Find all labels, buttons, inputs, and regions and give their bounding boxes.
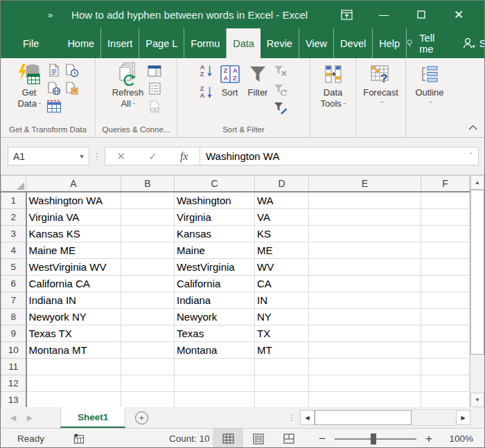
- new-sheet-button[interactable]: +: [125, 407, 157, 428]
- row-header-8[interactable]: 8: [1, 309, 26, 325]
- queries-connections-button[interactable]: [147, 63, 162, 78]
- row-header-11[interactable]: 11: [1, 359, 26, 375]
- cell-C1[interactable]: Washington: [175, 192, 255, 209]
- row-header-5[interactable]: 5: [1, 259, 26, 276]
- edit-links-button[interactable]: [147, 99, 162, 114]
- cell-E4[interactable]: [309, 242, 421, 259]
- sort-button[interactable]: Z A A Z Sort: [218, 60, 242, 99]
- next-sheet-button[interactable]: ▶: [21, 407, 38, 428]
- scroll-down-button[interactable]: ▼: [470, 393, 484, 407]
- reapply-filter-button[interactable]: [273, 82, 288, 97]
- formula-bar-expand-icon[interactable]: ˇ: [464, 152, 478, 160]
- cell-D12[interactable]: [255, 375, 309, 392]
- cell-C8[interactable]: Newyork: [175, 309, 255, 325]
- cell-B5[interactable]: [121, 259, 175, 276]
- cell-C12[interactable]: [175, 375, 255, 392]
- cell-E9[interactable]: [309, 325, 421, 342]
- minimize-button[interactable]: —: [365, 4, 403, 25]
- cell-B11[interactable]: [121, 359, 175, 375]
- column-header-A[interactable]: A: [26, 176, 121, 192]
- horizontal-scrollbar-thumb[interactable]: [315, 410, 412, 425]
- ribbon-tab-revie[interactable]: Revie: [261, 28, 299, 58]
- cell-C9[interactable]: Texas: [175, 325, 255, 342]
- cell-C6[interactable]: California: [175, 276, 255, 292]
- cell-B8[interactable]: [121, 309, 175, 325]
- enter-button[interactable]: ✓: [148, 150, 157, 163]
- cell-C10[interactable]: Montana: [175, 342, 255, 359]
- scroll-right-button[interactable]: ▶: [456, 410, 470, 425]
- maximize-button[interactable]: [403, 4, 440, 25]
- column-header-D[interactable]: D: [255, 176, 309, 192]
- zoom-slider-thumb[interactable]: [371, 433, 376, 445]
- cell-A4[interactable]: Maine ME: [26, 242, 121, 259]
- ribbon-tab-home[interactable]: Home: [61, 28, 101, 58]
- cell-E3[interactable]: [309, 226, 421, 242]
- cell-F13[interactable]: [421, 392, 470, 409]
- cancel-button[interactable]: ✕: [117, 150, 126, 163]
- cell-A2[interactable]: Virginia VA: [26, 209, 121, 226]
- page-layout-view-button[interactable]: [243, 429, 274, 448]
- cell-F7[interactable]: [421, 292, 470, 309]
- cell-C11[interactable]: [175, 359, 255, 375]
- horizontal-scrollbar[interactable]: ◀ ▶: [300, 407, 470, 428]
- cell-E13[interactable]: [309, 392, 421, 409]
- cell-C13[interactable]: [175, 392, 255, 409]
- ribbon-tab-pagel[interactable]: Page L: [139, 28, 184, 58]
- cell-D5[interactable]: WV: [255, 259, 309, 276]
- sheet-bar-separator[interactable]: ⋮: [288, 407, 300, 428]
- page-break-view-button[interactable]: [274, 429, 304, 448]
- cell-F8[interactable]: [421, 309, 470, 325]
- ribbon-tab-help[interactable]: Help: [373, 28, 407, 58]
- scroll-left-button[interactable]: ◀: [300, 410, 315, 425]
- cell-C5[interactable]: WestVirginia: [175, 259, 255, 276]
- cell-A5[interactable]: WestVirginia WV: [26, 259, 121, 276]
- cell-C4[interactable]: Maine: [175, 242, 255, 259]
- outline-button[interactable]: Outline ˇ: [413, 60, 446, 110]
- scroll-up-button[interactable]: ▲: [470, 175, 484, 190]
- row-header-3[interactable]: 3: [1, 226, 26, 242]
- cell-A9[interactable]: Texas TX: [26, 325, 121, 342]
- column-header-E[interactable]: E: [309, 176, 421, 192]
- cell-E11[interactable]: [309, 359, 421, 375]
- cell-A13[interactable]: [26, 392, 121, 409]
- collapse-ribbon-button[interactable]: [468, 120, 477, 133]
- cell-F11[interactable]: [421, 359, 470, 375]
- row-header-10[interactable]: 10: [1, 342, 26, 359]
- sort-ascending-button[interactable]: A Z: [199, 63, 214, 78]
- cell-E8[interactable]: [309, 309, 421, 325]
- cell-F5[interactable]: [421, 259, 470, 276]
- filter-button[interactable]: Filter: [246, 60, 270, 99]
- ribbon-tab-data[interactable]: Data: [227, 28, 261, 58]
- normal-view-button[interactable]: [213, 429, 243, 448]
- cell-E2[interactable]: [309, 209, 421, 226]
- cell-E12[interactable]: [309, 375, 421, 392]
- cell-D10[interactable]: MT: [255, 342, 309, 359]
- name-box-dropdown-icon[interactable]: ▾: [75, 152, 89, 160]
- cell-A12[interactable]: [26, 375, 121, 392]
- from-table-range-button[interactable]: [46, 99, 62, 114]
- zoom-in-button[interactable]: +: [422, 432, 436, 446]
- cell-F10[interactable]: [421, 342, 470, 359]
- column-header-B[interactable]: B: [121, 176, 175, 192]
- cell-E5[interactable]: [309, 259, 421, 276]
- close-button[interactable]: ✕: [440, 4, 477, 25]
- cell-D2[interactable]: VA: [255, 209, 309, 226]
- macro-record-button[interactable]: [73, 433, 85, 444]
- zoom-level[interactable]: 100%: [444, 433, 473, 444]
- name-box[interactable]: A1 ▾: [8, 147, 89, 165]
- ribbon-display-options-button[interactable]: [328, 4, 365, 25]
- cell-C7[interactable]: Indiana: [175, 292, 255, 309]
- cell-D1[interactable]: WA: [255, 192, 309, 209]
- cell-F2[interactable]: [421, 209, 470, 226]
- cell-A10[interactable]: Montana MT: [26, 342, 121, 359]
- recent-sources-button[interactable]: [64, 63, 80, 78]
- vertical-scrollbar[interactable]: ▲ ▼: [470, 175, 484, 407]
- row-header-9[interactable]: 9: [1, 325, 26, 342]
- advanced-filter-button[interactable]: [273, 100, 288, 116]
- refresh-all-button[interactable]: Refresh Allˇ: [110, 60, 146, 111]
- share-button[interactable]: Share: [462, 37, 485, 49]
- cell-F4[interactable]: [421, 242, 470, 259]
- row-header-4[interactable]: 4: [1, 242, 26, 259]
- ribbon-tab-devel[interactable]: Devel: [334, 28, 373, 58]
- cell-E10[interactable]: [309, 342, 421, 359]
